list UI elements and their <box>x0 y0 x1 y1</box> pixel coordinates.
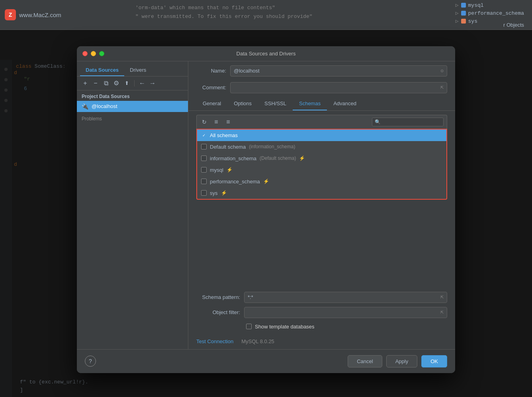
object-filter-label: Object filter: <box>196 309 240 315</box>
schema-name-mysql: mysql <box>210 167 223 173</box>
schema-name-performance: performance_schema <box>210 179 260 185</box>
content-tabs: General Options SSH/SSL Schemas Advanced <box>188 97 455 111</box>
schema-area: ↻ ≡ ≡ 🔍 All schemas <box>188 111 455 288</box>
schema-search-box[interactable]: 🔍 <box>372 118 444 126</box>
comment-row: Comment: ⇱ <box>188 81 455 97</box>
right-panel-item-3: sys <box>468 18 477 24</box>
schema-desc-default: (information_schema) <box>249 144 295 149</box>
right-panel-item-1: mysql <box>468 2 484 8</box>
schema-item-all[interactable]: All schemas <box>197 130 446 141</box>
r-objects-label: r Objects <box>503 22 524 28</box>
schema-item-sys[interactable]: sys ⚡ <box>197 187 446 199</box>
schema-pattern-value: *:* <box>248 294 253 300</box>
show-template-label: Show template databases <box>255 324 315 330</box>
arrow-left-button[interactable]: ← <box>138 79 147 88</box>
macz-logo: Z <box>5 9 16 20</box>
arrow-right-button[interactable]: → <box>148 79 157 88</box>
schema-checkbox-sys[interactable] <box>201 190 207 196</box>
schema-refresh-button[interactable]: ↻ <box>200 118 209 126</box>
schema-toolbar: ↻ ≡ ≡ 🔍 <box>196 115 447 129</box>
problems-area: Problems <box>77 112 188 126</box>
dialog-sidebar: Data Sources Drivers + − ⧉ ⚙ ⬆ ← → Proje… <box>77 61 188 349</box>
schema-item-information[interactable]: information_schema (Default schema) ⚡ <box>197 153 446 164</box>
sidebar-item-localhost[interactable]: 🔌 @localhost <box>77 101 188 112</box>
window-maximize-button[interactable] <box>99 51 104 56</box>
schema-name-information: information_schema <box>210 155 256 161</box>
toolbar-divider <box>134 80 135 86</box>
tab-ssh-ssl[interactable]: SSH/SSL <box>258 97 293 110</box>
schema-list: All schemas Default schema (information_… <box>197 130 446 199</box>
bg-code-line2: " were transmitted. To fix this error yo… <box>135 14 313 20</box>
comment-input[interactable]: ⇱ <box>230 82 447 93</box>
object-filter-expand-icon: ⇱ <box>440 310 444 314</box>
schema-item-default[interactable]: Default schema (information_schema) <box>197 141 446 153</box>
window-close-button[interactable] <box>82 51 88 56</box>
object-filter-row: Object filter: ⇱ <box>196 307 447 318</box>
schema-pattern-label: Schema pattern: <box>196 294 240 300</box>
dialog-overlay: Data Sources and Drivers Data Sources Dr… <box>0 30 532 397</box>
name-expand-icon: ⊙ <box>440 69 444 73</box>
dialog-body: Data Sources Drivers + − ⧉ ⚙ ⬆ ← → Proje… <box>77 61 455 349</box>
schema-item-mysql[interactable]: mysql ⚡ <box>197 164 446 176</box>
schema-checkbox-information[interactable] <box>201 155 207 161</box>
schema-checkbox-all[interactable] <box>201 132 207 138</box>
schema-select-all-button[interactable]: ≡ <box>212 118 221 126</box>
macz-url: www.MacZ.com <box>19 12 61 18</box>
help-button[interactable]: ? <box>85 356 96 367</box>
sidebar-item-label: @localhost <box>92 103 117 109</box>
show-template-checkbox[interactable] <box>246 324 252 329</box>
tab-general[interactable]: General <box>196 97 227 110</box>
tab-options[interactable]: Options <box>227 97 258 110</box>
sidebar-tabs: Data Sources Drivers <box>77 61 188 77</box>
schema-deselect-all-button[interactable]: ≡ <box>224 118 233 126</box>
name-value: @localhost <box>234 68 260 74</box>
name-input[interactable]: @localhost ⊙ <box>230 65 447 77</box>
search-icon: 🔍 <box>375 119 381 125</box>
cancel-button[interactable]: Cancel <box>348 355 382 368</box>
dialog-title: Data Sources and Drivers <box>237 51 296 57</box>
ide-top-bar: Z www.MacZ.com 'orm-data' which means th… <box>0 0 532 30</box>
show-template-row: Show template databases <box>196 322 447 331</box>
right-panel-item-2: performance_schema <box>468 10 524 16</box>
dialog-content: Name: @localhost ⊙ Comment: ⇱ G <box>188 61 455 349</box>
schema-checkbox-default[interactable] <box>201 144 207 149</box>
bg-code-line1: 'orm-data' which means that no file cont… <box>135 5 275 11</box>
schema-checkbox-mysql[interactable] <box>201 167 207 173</box>
apply-button[interactable]: Apply <box>386 355 418 368</box>
tab-advanced[interactable]: Advanced <box>327 97 363 110</box>
schema-checkbox-performance[interactable] <box>201 179 207 184</box>
schema-item-performance[interactable]: performance_schema ⚡ <box>197 176 446 187</box>
copy-datasource-button[interactable]: ⧉ <box>102 79 110 88</box>
schema-name-default: Default schema <box>210 144 246 150</box>
ok-button[interactable]: OK <box>421 355 447 368</box>
settings-datasource-button[interactable]: ⚙ <box>112 79 121 88</box>
object-filter-input[interactable]: ⇱ <box>244 307 447 318</box>
lightning-icon-performance: ⚡ <box>263 179 269 184</box>
window-minimize-button[interactable] <box>91 51 96 56</box>
schema-pattern-row: Schema pattern: *:* ⇱ <box>196 292 447 303</box>
right-panel-items: ▷ mysql ▷ performance_schema ▷ sys <box>456 2 524 24</box>
dialog-titlebar: Data Sources and Drivers <box>77 46 455 61</box>
test-connection-row: Test Connection MySQL 8.0.25 <box>188 335 455 349</box>
schema-pattern-expand-icon: ⇱ <box>440 295 444 299</box>
dialog-footer: ? Cancel Apply OK <box>77 349 455 373</box>
main-dialog: Data Sources and Drivers Data Sources Dr… <box>77 46 455 373</box>
remove-datasource-button[interactable]: − <box>91 79 100 88</box>
window-controls <box>82 51 104 56</box>
db-version-label: MySQL 8.0.25 <box>241 338 274 344</box>
test-connection-button[interactable]: Test Connection <box>196 338 233 344</box>
move-up-button[interactable]: ⬆ <box>122 79 131 88</box>
schema-pattern-input[interactable]: *:* ⇱ <box>244 292 447 303</box>
comment-label: Comment: <box>196 85 226 90</box>
footer-buttons: Cancel Apply OK <box>348 355 447 368</box>
schema-list-container: All schemas Default schema (information_… <box>196 129 447 200</box>
sidebar-toolbar: + − ⧉ ⚙ ⬆ ← → <box>77 77 188 90</box>
lightning-icon-information: ⚡ <box>299 155 305 161</box>
tab-schemas[interactable]: Schemas <box>293 97 327 110</box>
tab-drivers[interactable]: Drivers <box>124 65 152 76</box>
tab-data-sources[interactable]: Data Sources <box>80 65 124 76</box>
name-row: Name: @localhost ⊙ <box>188 61 455 81</box>
lightning-icon-sys: ⚡ <box>221 190 227 196</box>
add-datasource-button[interactable]: + <box>81 79 90 88</box>
comment-expand-icon: ⇱ <box>440 85 444 90</box>
